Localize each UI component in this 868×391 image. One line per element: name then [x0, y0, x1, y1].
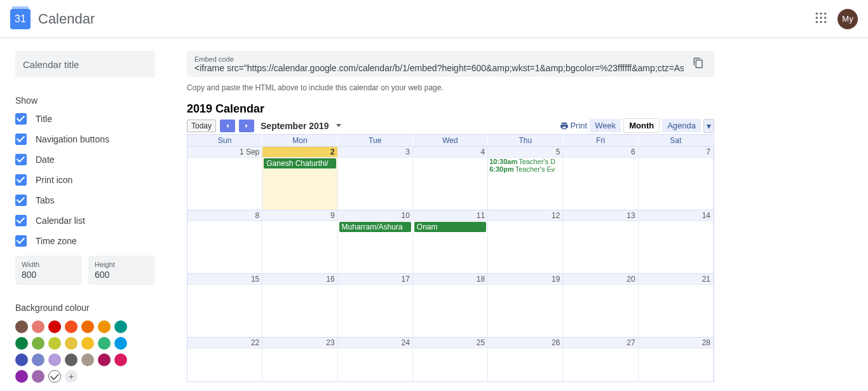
today-button[interactable]: Today: [187, 120, 216, 132]
height-input[interactable]: [95, 270, 149, 280]
calendar-title: 2019 Calendar: [187, 102, 714, 116]
day-cell[interactable]: 18: [413, 273, 488, 337]
view-agenda-button[interactable]: Agenda: [662, 119, 701, 132]
day-cell[interactable]: 23: [262, 337, 337, 381]
color-swatch[interactable]: [65, 320, 78, 333]
color-swatch[interactable]: [15, 337, 28, 350]
event-chip[interactable]: Ganesh Chaturthi/: [264, 158, 336, 168]
color-swatch[interactable]: [48, 320, 61, 333]
option-label: Navigation buttons: [36, 134, 109, 144]
color-swatch[interactable]: [114, 337, 127, 350]
color-swatch[interactable]: [114, 353, 127, 366]
view-dropdown-icon[interactable]: ▾: [703, 119, 714, 133]
color-swatch[interactable]: [32, 353, 44, 366]
day-cell[interactable]: 3: [338, 146, 413, 210]
color-swatch-selected[interactable]: [48, 370, 61, 383]
day-cell[interactable]: 10Muharram/Ashura: [338, 210, 413, 273]
day-cell[interactable]: 8: [187, 210, 262, 273]
event-text[interactable]: 6:30pmTeacher's Ev: [488, 165, 562, 173]
color-swatch[interactable]: [32, 337, 44, 350]
embed-code-field[interactable]: <iframe src="https://calendar.google.com…: [194, 63, 684, 73]
color-swatch[interactable]: [81, 320, 94, 333]
day-cell[interactable]: 13: [563, 210, 638, 273]
show-option[interactable]: Calendar list: [15, 215, 155, 226]
width-input[interactable]: [22, 270, 76, 280]
day-cell[interactable]: 14: [639, 210, 714, 273]
day-cell[interactable]: 16: [262, 273, 337, 337]
day-cell[interactable]: 19: [488, 273, 563, 337]
checkbox-icon[interactable]: [15, 113, 27, 125]
option-label: Tabs: [36, 195, 55, 205]
color-swatch[interactable]: [98, 337, 111, 350]
event-text[interactable]: 10:30amTeacher's D: [488, 158, 562, 165]
print-button[interactable]: Print: [560, 121, 587, 130]
day-cell[interactable]: 21: [639, 273, 714, 337]
day-cell[interactable]: 4: [413, 146, 488, 210]
day-cell[interactable]: 6: [563, 146, 638, 210]
day-cell[interactable]: 510:30amTeacher's D6:30pmTeacher's Ev: [488, 146, 563, 210]
show-option[interactable]: Title: [15, 113, 155, 125]
chevron-down-icon[interactable]: [336, 124, 341, 127]
color-swatch[interactable]: [32, 370, 44, 383]
day-cell[interactable]: 7: [639, 146, 714, 210]
view-week-button[interactable]: Week: [590, 119, 621, 132]
color-swatch[interactable]: [15, 353, 28, 366]
checkbox-icon[interactable]: [15, 154, 27, 165]
color-swatch[interactable]: [81, 337, 94, 350]
month-label[interactable]: September 2019: [261, 121, 329, 131]
checkbox-icon[interactable]: [15, 235, 27, 247]
checkbox-icon[interactable]: [15, 195, 27, 206]
day-cell[interactable]: 11Onam: [413, 210, 488, 273]
prev-month-button[interactable]: [220, 120, 235, 132]
copy-icon[interactable]: [690, 55, 707, 73]
show-option[interactable]: Navigation buttons: [15, 134, 155, 145]
color-swatch[interactable]: [15, 320, 28, 333]
day-cell[interactable]: 26: [488, 337, 563, 381]
show-option[interactable]: Time zone: [15, 235, 155, 247]
svg-point-1: [820, 13, 822, 15]
show-option[interactable]: Tabs: [15, 195, 155, 206]
color-swatch[interactable]: [32, 320, 44, 333]
show-option[interactable]: Date: [15, 154, 155, 165]
day-cell[interactable]: 2Ganesh Chaturthi/: [262, 146, 337, 210]
width-field[interactable]: Width: [15, 256, 82, 285]
color-swatch[interactable]: [48, 337, 61, 350]
next-month-button[interactable]: [239, 120, 254, 132]
color-swatch[interactable]: [48, 353, 61, 366]
date-number: 8: [187, 210, 262, 221]
view-month-button[interactable]: Month: [623, 118, 660, 133]
apps-grid-icon[interactable]: [815, 11, 827, 26]
color-swatch[interactable]: [15, 370, 28, 383]
color-swatch[interactable]: [98, 353, 111, 366]
day-cell[interactable]: 28: [639, 337, 714, 381]
day-cell[interactable]: 17: [338, 273, 413, 337]
height-field[interactable]: Height: [88, 256, 155, 285]
checkbox-icon[interactable]: [15, 215, 27, 226]
day-cell[interactable]: 15: [187, 273, 262, 337]
event-chip[interactable]: Muharram/Ashura: [339, 222, 411, 232]
day-cell[interactable]: 27: [563, 337, 638, 381]
day-cell[interactable]: 22: [187, 337, 262, 381]
day-cell[interactable]: 25: [413, 337, 488, 381]
event-chip[interactable]: Onam: [414, 222, 486, 232]
calendar-title-input[interactable]: [15, 51, 155, 78]
color-swatch[interactable]: [114, 320, 127, 333]
day-cell[interactable]: 20: [563, 273, 638, 337]
color-swatch[interactable]: [98, 320, 111, 333]
print-label: Print: [570, 121, 587, 130]
add-color-button[interactable]: +: [65, 370, 78, 383]
app-title: Calendar: [38, 11, 95, 27]
color-swatch[interactable]: [81, 353, 94, 366]
color-swatch[interactable]: [65, 353, 78, 366]
checkbox-icon[interactable]: [15, 134, 27, 145]
day-cell[interactable]: 1 Sep: [187, 146, 262, 210]
day-cell[interactable]: 9: [262, 210, 337, 273]
day-cell[interactable]: 24: [338, 337, 413, 381]
day-cell[interactable]: 12: [488, 210, 563, 273]
checkbox-icon[interactable]: [15, 174, 27, 186]
color-swatch[interactable]: [65, 337, 78, 350]
svg-point-2: [824, 13, 826, 15]
dow-header: Mon: [262, 135, 337, 146]
show-option[interactable]: Print icon: [15, 174, 155, 186]
avatar[interactable]: My: [837, 9, 858, 29]
